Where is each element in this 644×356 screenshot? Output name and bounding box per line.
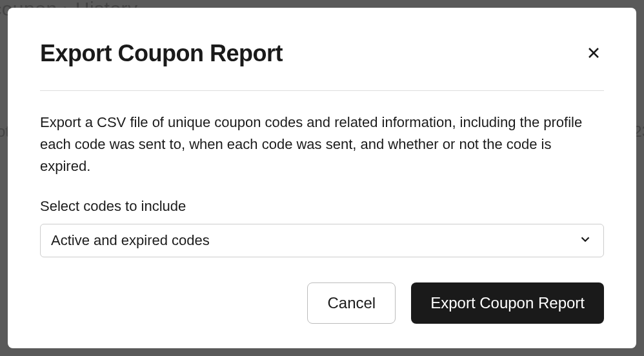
export-coupon-modal: Export Coupon Report Export a CSV file o… bbox=[8, 8, 636, 348]
codes-select[interactable]: Active and expired codes bbox=[40, 224, 604, 257]
modal-description: Export a CSV file of unique coupon codes… bbox=[40, 112, 604, 177]
close-icon bbox=[586, 45, 601, 63]
close-button[interactable] bbox=[583, 43, 604, 65]
select-wrapper: Active and expired codes bbox=[40, 224, 604, 257]
export-button[interactable]: Export Coupon Report bbox=[411, 282, 604, 324]
modal-title: Export Coupon Report bbox=[40, 40, 283, 67]
modal-footer: Cancel Export Coupon Report bbox=[40, 270, 604, 324]
modal-body: Export a CSV file of unique coupon codes… bbox=[40, 91, 604, 270]
modal-header: Export Coupon Report bbox=[40, 40, 604, 91]
cancel-button[interactable]: Cancel bbox=[307, 282, 396, 324]
select-codes-label: Select codes to include bbox=[40, 198, 604, 215]
